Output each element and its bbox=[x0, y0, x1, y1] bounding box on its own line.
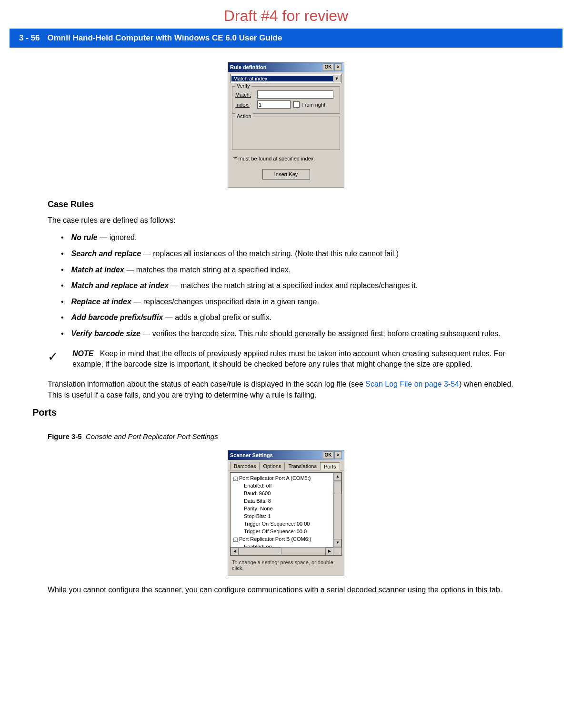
from-right-label: From right bbox=[301, 102, 325, 108]
note-block: ✓ NOTE Keep in mind that the effects of … bbox=[48, 349, 524, 370]
ok-button[interactable]: OK bbox=[323, 451, 333, 459]
tabs-row: Barcodes Options Translations Ports bbox=[228, 460, 344, 470]
dialog-titlebar: Rule definition OK × bbox=[228, 62, 344, 72]
tree-node[interactable]: -Port Replicator Port A (COM5:) bbox=[232, 474, 341, 482]
dropdown-selected: Match at index bbox=[231, 76, 333, 81]
match-label: Match: bbox=[235, 92, 254, 98]
tree-leaf[interactable]: Enabled: off bbox=[232, 482, 341, 489]
checkmark-icon: ✓ bbox=[48, 349, 62, 370]
dialog-title: Scanner Settings bbox=[230, 452, 273, 458]
insert-key-button[interactable]: Insert Key bbox=[262, 169, 310, 180]
tree-view[interactable]: -Port Replicator Port A (COM5:) Enabled:… bbox=[230, 472, 342, 556]
tree-leaf[interactable]: Stop Bits: 1 bbox=[232, 512, 341, 520]
guide-title: Omnii Hand-Held Computer with Windows CE… bbox=[47, 33, 282, 43]
scan-log-link[interactable]: Scan Log File on page 3-54 bbox=[365, 380, 459, 388]
rule-item: Replace at index — replaces/changes unsp… bbox=[61, 297, 524, 307]
tree-leaf[interactable]: Trigger Off Sequence: 00 0 bbox=[232, 528, 341, 535]
close-button[interactable]: × bbox=[334, 63, 342, 71]
action-group: Action bbox=[232, 117, 340, 150]
rules-list: No rule — ignored. Search and replace — … bbox=[48, 232, 524, 339]
collapse-icon[interactable]: - bbox=[233, 477, 238, 481]
action-legend: Action bbox=[235, 113, 253, 119]
page-number: 3 - 56 bbox=[19, 33, 40, 43]
horizontal-scrollbar[interactable]: ◀ ▶ bbox=[231, 547, 341, 555]
note-text: Keep in mind that the effects of previou… bbox=[72, 349, 505, 368]
tree-node[interactable]: -Port Replicator Port B (COM6:) bbox=[232, 535, 341, 543]
dialog-title: Rule definition bbox=[230, 64, 266, 70]
verify-group: Verify Match: Index: From right bbox=[232, 86, 340, 114]
rule-definition-dialog: Rule definition OK × Match at index ▼ Ve… bbox=[228, 62, 344, 188]
from-right-checkbox[interactable]: From right bbox=[293, 101, 325, 108]
scroll-right-icon[interactable]: ▶ bbox=[325, 548, 333, 556]
ports-heading: Ports bbox=[32, 407, 524, 418]
case-rules-heading: Case Rules bbox=[48, 199, 524, 209]
page-header: 3 - 56 Omnii Hand-Held Computer with Win… bbox=[10, 29, 562, 48]
index-label: Index: bbox=[235, 102, 254, 108]
tree-leaf[interactable]: Data Bits: 8 bbox=[232, 497, 341, 505]
rule-item: Verify barcode size — verifies the barco… bbox=[61, 329, 524, 339]
scroll-thumb[interactable] bbox=[239, 548, 281, 555]
verify-legend: Verify bbox=[235, 83, 251, 89]
note-label: NOTE bbox=[72, 349, 93, 358]
tree-leaf[interactable]: Baud: 9600 bbox=[232, 489, 341, 497]
instruction-text: To change a setting: press space, or dou… bbox=[228, 558, 344, 576]
hint-text: '*' must be found at specified index. bbox=[228, 153, 344, 162]
tab-translations[interactable]: Translations bbox=[284, 462, 321, 470]
scroll-down-icon[interactable]: ▼ bbox=[334, 539, 341, 547]
rule-item: Match and replace at index — matches the… bbox=[61, 280, 524, 291]
draft-banner: Draft #4 for review bbox=[0, 0, 572, 29]
translation-paragraph: Translation information about the status… bbox=[48, 379, 524, 400]
case-rules-intro: The case rules are defined as follows: bbox=[48, 215, 524, 226]
ok-button[interactable]: OK bbox=[323, 63, 333, 71]
scroll-thumb[interactable] bbox=[334, 481, 341, 494]
chevron-down-icon[interactable]: ▼ bbox=[333, 75, 341, 82]
index-input[interactable] bbox=[257, 100, 291, 109]
close-button[interactable]: × bbox=[334, 451, 342, 459]
tab-ports[interactable]: Ports bbox=[320, 462, 340, 470]
scroll-left-icon[interactable]: ◀ bbox=[231, 548, 239, 556]
tree-leaf[interactable]: Parity: None bbox=[232, 505, 341, 512]
tab-options[interactable]: Options bbox=[259, 462, 285, 470]
scanner-settings-dialog: Scanner Settings OK × Barcodes Options T… bbox=[228, 450, 344, 576]
match-input[interactable] bbox=[257, 90, 333, 99]
dialog-titlebar: Scanner Settings OK × bbox=[228, 450, 344, 460]
rule-item: No rule — ignored. bbox=[61, 232, 524, 243]
rule-item: Match at index — matches the match strin… bbox=[61, 265, 524, 275]
tree-leaf[interactable]: Trigger On Sequence: 00 00 bbox=[232, 520, 341, 528]
vertical-scrollbar[interactable]: ▲ ▼ bbox=[333, 473, 341, 547]
tab-barcodes[interactable]: Barcodes bbox=[230, 462, 260, 470]
rule-item: Search and replace — replaces all instan… bbox=[61, 249, 524, 259]
scroll-up-icon[interactable]: ▲ bbox=[334, 473, 341, 481]
figure-caption: Figure 3-5 Console and Port Replicator P… bbox=[48, 432, 524, 440]
closing-paragraph: While you cannot configure the scanner, … bbox=[48, 585, 524, 595]
checkbox-icon bbox=[293, 101, 300, 108]
rule-item: Add barcode prefix/suffix — adds a globa… bbox=[61, 312, 524, 323]
rule-type-dropdown[interactable]: Match at index ▼ bbox=[230, 74, 342, 83]
collapse-icon[interactable]: - bbox=[233, 538, 238, 542]
